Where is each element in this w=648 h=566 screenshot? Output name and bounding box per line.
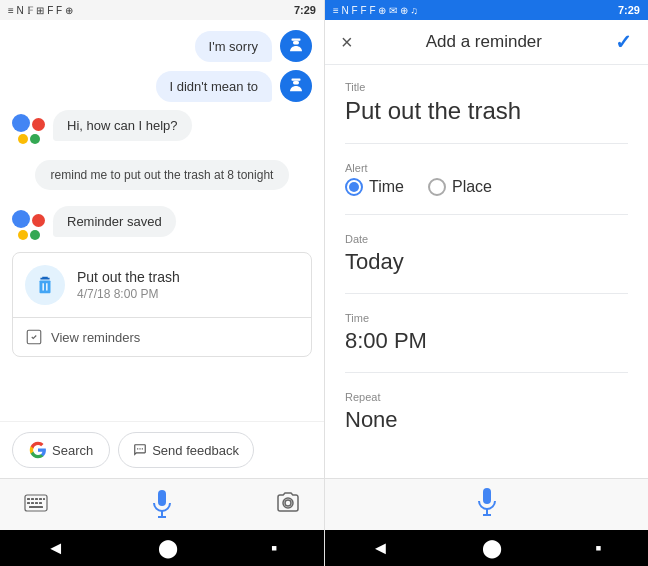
svg-rect-15 [31,502,34,504]
recents-button-left[interactable]: ▪ [271,538,277,559]
view-reminders-label: View reminders [51,330,140,345]
google-dots-2 [12,206,45,240]
divider-3 [345,293,628,294]
divider-2 [345,214,628,215]
alert-group: Alert Time Place [345,162,628,196]
view-reminders-row[interactable]: View reminders [13,317,311,356]
nav-bar-left: ◄ ⬤ ▪ [0,530,324,566]
svg-rect-23 [483,488,491,504]
home-button-right[interactable]: ⬤ [482,537,502,559]
back-button-left[interactable]: ◄ [47,538,65,559]
confirm-button[interactable]: ✓ [615,30,632,54]
chat-area: I'm sorry I didn't mean to [0,20,324,421]
svg-rect-4 [40,280,51,293]
reminder-saved-bubble: Reminder saved [53,206,176,237]
time-value[interactable]: 8:00 PM [345,328,628,354]
svg-rect-12 [39,498,42,500]
dot-green-2 [30,230,40,240]
reminder-text: Put out the trash 4/7/18 8:00 PM [77,269,180,301]
bubble-how-can-i-help: Hi, how can I help? [53,110,192,141]
date-value[interactable]: Today [345,249,628,275]
search-button-label: Search [52,443,93,458]
mic-button-left[interactable] [144,487,180,523]
mic-button-right[interactable] [477,487,497,523]
bubble-didnt-mean: I didn't mean to [156,71,272,102]
camera-svg-left [276,491,300,515]
feedback-icon [133,443,147,457]
camera-icon-left[interactable] [276,491,300,519]
svg-rect-1 [293,41,299,45]
google-avatar-row: Hi, how can I help? [12,110,312,144]
trash-icon [34,274,56,296]
bottom-buttons-area: Search Send feedback [0,421,324,478]
repeat-label: Repeat [345,391,628,403]
svg-rect-3 [293,81,299,85]
status-bar-right: ≡ N F F F ⊕ ✉ ⊕ ♫ 7:29 [325,0,648,20]
keyboard-svg-left [24,494,48,512]
dot-yellow [18,134,28,144]
status-icons-right: ≡ N F F F ⊕ ✉ ⊕ ♫ [333,5,418,16]
radio-time-circle[interactable] [345,178,363,196]
dot-blue-2 [12,210,30,228]
svg-rect-14 [27,502,30,504]
status-icons-left: ≡ N 𝔽 ⊞ F F ⊕ [8,5,73,16]
divider-4 [345,372,628,373]
svg-rect-9 [27,498,30,500]
reminder-saved-row: Reminder saved [12,206,312,240]
close-button[interactable]: × [341,31,353,54]
recents-button-right[interactable]: ▪ [595,538,601,559]
svg-rect-13 [43,498,45,500]
mic-svg-right [477,487,497,519]
reminder-card-date: 4/7/18 8:00 PM [77,287,180,301]
notification-icons: ≡ N 𝔽 ⊞ F F ⊕ [8,5,73,16]
user-query-row: remind me to put out the trash at 8 toni… [12,156,312,194]
back-button-right[interactable]: ◄ [371,538,389,559]
time-group: Time 8:00 PM [345,312,628,354]
radio-place-circle[interactable] [428,178,446,196]
date-group: Date Today [345,233,628,275]
reminder-card-content: Put out the trash 4/7/18 8:00 PM [13,253,311,317]
title-label: Title [345,81,628,93]
dot-red [32,118,45,131]
reminder-card[interactable]: Put out the trash 4/7/18 8:00 PM View re… [12,252,312,357]
feedback-button[interactable]: Send feedback [118,432,254,468]
user-icon-2 [287,77,305,95]
reminder-dialog-title: Add a reminder [426,32,542,52]
user-avatar-2 [280,70,312,102]
nav-bar-right: ◄ ⬤ ▪ [325,530,648,566]
svg-point-22 [285,500,291,506]
keyboard-bar-left [0,478,324,530]
reminder-form: Title Put out the trash Alert Time Place… [325,65,648,478]
home-button-left[interactable]: ⬤ [158,537,178,559]
keyboard-icon-left[interactable] [24,494,48,516]
repeat-value[interactable]: None [345,407,628,433]
user-query-bubble: remind me to put out the trash at 8 toni… [35,160,290,190]
google-g-logo [29,441,47,459]
svg-rect-17 [39,502,42,504]
date-label: Date [345,233,628,245]
status-bar-left: ≡ N 𝔽 ⊞ F F ⊕ 7:29 [0,0,324,20]
keyboard-bar-right [325,478,648,530]
dot-red-2 [32,214,45,227]
time-label-form: Time [345,312,628,324]
alert-time-option[interactable]: Time [345,178,404,196]
alert-place-label: Place [452,178,492,196]
search-button[interactable]: Search [12,432,110,468]
view-reminders-icon [25,328,43,346]
left-panel: ≡ N 𝔽 ⊞ F F ⊕ 7:29 I'm sorry I didn't me… [0,0,324,566]
dot-green [30,134,40,144]
reminder-card-title: Put out the trash [77,269,180,285]
title-value[interactable]: Put out the trash [345,97,628,125]
time-left: 7:29 [294,4,316,16]
divider-1 [345,143,628,144]
alert-place-option[interactable]: Place [428,178,492,196]
dot-yellow-2 [18,230,28,240]
user-avatar [280,30,312,62]
bubble-im-sorry: I'm sorry [195,31,272,62]
svg-rect-2 [292,79,301,81]
svg-rect-0 [292,39,301,41]
alert-label: Alert [345,162,628,174]
svg-rect-10 [31,498,34,500]
svg-rect-16 [35,502,38,504]
repeat-group: Repeat None [345,391,628,433]
